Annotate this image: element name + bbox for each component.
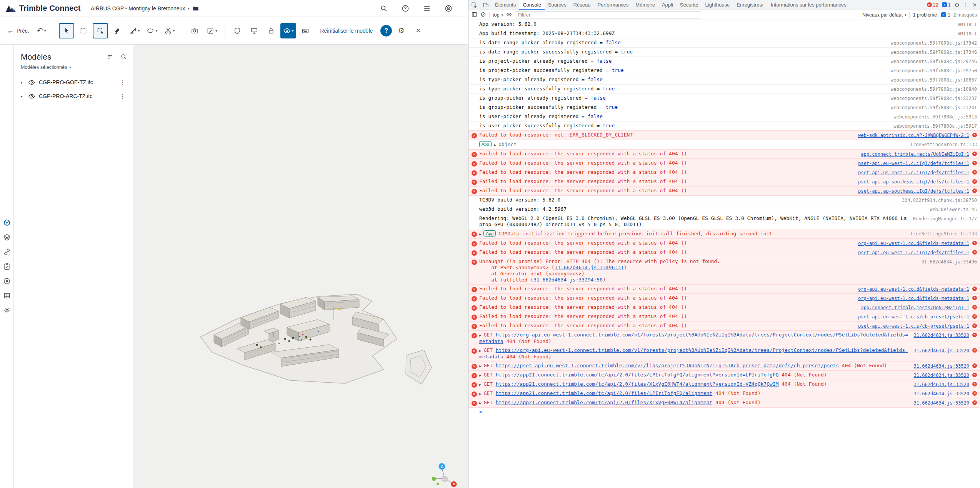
devtools-tab-s-curit-[interactable]: Sécurité	[677, 0, 702, 10]
clear-console-icon[interactable]	[480, 12, 486, 18]
snapshot-button[interactable]	[187, 23, 202, 38]
table-icon[interactable]	[3, 292, 11, 300]
expand-triangle-icon[interactable]: ▶	[479, 372, 481, 378]
search-icon[interactable]	[380, 5, 388, 12]
kebab-menu-icon[interactable]: ⋮	[118, 93, 127, 100]
settings-button[interactable]: ⚙	[393, 23, 409, 38]
devtools-tab-r-seau[interactable]: Réseau	[570, 0, 594, 10]
object-preview[interactable]: Object	[498, 142, 517, 147]
devtools-settings-gear-icon[interactable]: ⚙	[955, 2, 960, 8]
console-source-link[interactable]: 334.032ff914.chunk.js:38750	[902, 197, 977, 203]
device-toolbar-icon[interactable]	[480, 2, 492, 8]
console-source-link[interactable]: web-sdk.aptrinsic.co…AP-JXWBQEWGEP4W-2:1	[858, 132, 969, 138]
apps-grid-icon[interactable]	[423, 5, 431, 12]
console-filter-input[interactable]	[515, 11, 701, 18]
devtools-tab-sources[interactable]: Sources	[545, 0, 570, 10]
models-filter-dropdown[interactable]: Modèles sélectionnés ▾	[21, 65, 127, 70]
expand-caret-icon[interactable]: ▸	[21, 94, 25, 98]
expand-triangle-icon[interactable]: ▶	[494, 142, 496, 148]
sort-icon[interactable]	[107, 53, 113, 60]
visibility-mode-button[interactable]: ▾	[280, 23, 297, 38]
search-icon[interactable]	[120, 53, 127, 60]
folder-icon[interactable]	[192, 5, 199, 12]
view-axis-gizmo[interactable]: Z X	[429, 461, 460, 488]
devtools-tab-lighthouse[interactable]: Lighthouse	[702, 0, 733, 10]
undo-button[interactable]: ↶▾	[34, 23, 49, 38]
console-source-link[interactable]: pset-api.eu-west-1.c…iIqI/defs/tcfiles:1	[858, 249, 969, 256]
devtools-tab-performances[interactable]: Performances	[594, 0, 632, 10]
console-source-link[interactable]: pset-api.eu-west-1.c…iIqI/defs/tcfiles:1	[858, 160, 969, 167]
help-button[interactable]: ?	[380, 25, 392, 37]
console-source-link[interactable]: VM118:1	[957, 30, 977, 37]
reset-model-link[interactable]: Réinitialiser le modèle	[320, 28, 373, 34]
marquee-select-button[interactable]	[76, 23, 91, 38]
console-prompt[interactable]: >	[468, 408, 980, 416]
close-panel-button[interactable]: ✕	[410, 23, 426, 38]
console-source-link[interactable]: org-api.eu-west-1.co…d&fields=metadata:1	[858, 295, 969, 301]
console-source-link[interactable]: 31.662d4634.js:33520	[914, 332, 970, 338]
console-url-link[interactable]: https://app21.connect.trimble.com/tc/api…	[496, 400, 713, 405]
select-tool-button[interactable]	[59, 23, 74, 38]
console-source-link[interactable]: webcomponents.59f7808c.js:29746	[891, 58, 977, 65]
devtools-tab-appli[interactable]: Appli	[658, 0, 677, 10]
error-count-badge[interactable]: ✕22	[927, 2, 938, 8]
issues-link[interactable]: 1 problème :!1	[913, 12, 950, 18]
console-source-link[interactable]: webcomponents.59f7808c.js:17346	[891, 49, 977, 55]
section-tool-button[interactable]: ▾	[162, 23, 178, 38]
console-source-link[interactable]: webcomponents.59f7808c.js:17342	[891, 40, 977, 46]
viewer-3d-cube-icon[interactable]	[3, 219, 11, 227]
devtools-tab-informations-sur-les-performances[interactable]: Informations sur les performances	[767, 0, 850, 10]
expand-triangle-icon[interactable]: ▶	[479, 391, 481, 397]
help-icon[interactable]	[402, 5, 409, 12]
console-source-link[interactable]: pset-api.eu-west-1.c…s/cb-preset/psets:1	[858, 323, 969, 329]
live-expression-eye-icon[interactable]	[506, 12, 512, 18]
markup-button[interactable]: ▾	[204, 23, 220, 38]
navigate-tool-button[interactable]: ▾	[127, 23, 143, 38]
area-select-button[interactable]	[93, 23, 108, 38]
presentation-button[interactable]	[247, 23, 262, 38]
console-source-link[interactable]: webcomponents.59f7808c.js:10837	[891, 77, 977, 83]
model-row[interactable]: ▸CGP-PRO-ARC-TZ.ifc⋮	[21, 89, 127, 103]
console-source-link[interactable]: pset-api.ap-southeas…iIqI/defs/tcfiles:1	[858, 178, 969, 185]
console-source-link[interactable]: webcomponents.59f7808c.js:23237	[891, 95, 977, 102]
console-source-link[interactable]: TreeSettingsStore.ts:133	[910, 230, 977, 237]
todo-clipboard-icon[interactable]	[3, 263, 11, 270]
console-source-link[interactable]: 31.662d4634.js:33520	[914, 347, 970, 354]
console-source-link[interactable]: webcomponents.59f7808c.js:23241	[891, 104, 977, 111]
expand-triangle-icon[interactable]: ▶	[479, 231, 481, 237]
lock-button[interactable]	[263, 23, 279, 38]
gizmo-y-axis[interactable]	[432, 477, 436, 481]
console-url-link[interactable]: https://app21.connect.trimble.com/tc/api…	[496, 372, 779, 378]
shield-tool-button[interactable]	[230, 23, 245, 38]
console-context-selector[interactable]: top▾	[493, 12, 503, 18]
devtools-close-icon[interactable]: ✕	[972, 2, 977, 8]
console-source-link[interactable]: org-api.eu-west-1.co…d&fields=metadata:1	[858, 286, 969, 292]
shape-tool-button[interactable]: ▾	[144, 23, 160, 38]
model-row[interactable]: ▸CGP-PRO-GOE-TZ.ifc⋮	[21, 75, 127, 89]
console-source-link[interactable]: pset-api.ap-southeas…iIqI/defs/tcfiles:1	[858, 188, 969, 194]
console-url-link[interactable]: 31.662d4634.js:33294:58	[533, 277, 603, 283]
log-levels-dropdown[interactable]: Niveaux par défaut▾	[862, 12, 906, 18]
devtools-tab-enregistreur[interactable]: Enregistreur	[733, 0, 767, 10]
expand-triangle-icon[interactable]: ▶	[479, 363, 481, 369]
console-sidebar-toggle-icon[interactable]	[472, 12, 477, 18]
console-url-link[interactable]: https://app21.connect.trimble.com/tc/api…	[496, 381, 779, 387]
console-source-link[interactable]: 31.662d4634.js:33520	[914, 381, 970, 388]
console-source-link[interactable]: webcomponents.59f7808c.js:5917	[893, 123, 977, 129]
devtools-tab-console[interactable]: Console	[519, 0, 545, 10]
console-source-link[interactable]: 31.662d4634.js:33520	[914, 400, 970, 406]
console-source-link[interactable]: pset-api.us-east-1.c…iIqI/defs/tcfiles:1	[858, 169, 969, 176]
console-source-link[interactable]: webcomponents.59f7808c.js:10840	[891, 86, 977, 92]
console-source-link[interactable]: Web3DViewer.ts:45	[930, 206, 977, 213]
devtools-tab-m-moire[interactable]: Mémoire	[632, 0, 658, 10]
issue-count-badge[interactable]: !1	[942, 2, 951, 8]
keyboard-button[interactable]	[298, 23, 313, 38]
kebab-menu-icon[interactable]: ⋮	[118, 79, 127, 86]
extensions-gear-icon[interactable]	[3, 306, 11, 314]
devtools-tab--l-ments[interactable]: Éléments	[492, 0, 519, 10]
expand-triangle-icon[interactable]: ▶	[479, 381, 481, 388]
console-source-link[interactable]: app.connect.trimble…jects/UoNIeNZiIqI:1	[861, 304, 969, 311]
visibility-eye-icon[interactable]	[28, 79, 35, 86]
console-source-link[interactable]: VM118:1	[957, 21, 977, 28]
views-icon[interactable]	[3, 277, 11, 285]
